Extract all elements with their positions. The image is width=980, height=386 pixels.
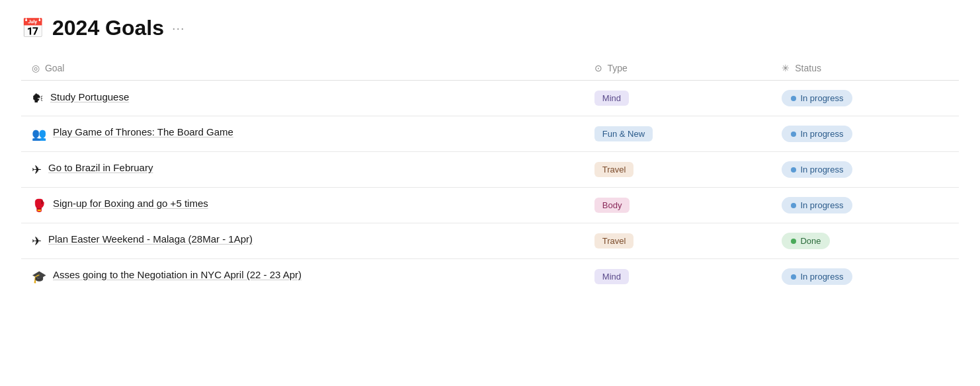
col-header-type: ⊙ Type xyxy=(584,56,772,81)
goal-text-4: Plan Easter Weekend - Malaga (28Mar - 1A… xyxy=(48,233,253,245)
type-badge-3: Body xyxy=(594,198,630,213)
type-badge-0: Mind xyxy=(594,91,629,106)
status-dot-4 xyxy=(791,239,796,244)
type-cell-0: Mind xyxy=(584,81,772,116)
goal-text-0: Study Portuguese xyxy=(50,91,129,102)
status-cell-0: In progress xyxy=(771,81,959,116)
status-badge-0: In progress xyxy=(782,90,852,106)
goal-cell-1: 👥 Play Game of Thrones: The Board Game xyxy=(21,116,584,152)
goal-cell-2: ✈ Go to Brazil in February xyxy=(21,152,584,188)
col-header-goal: ◎ Goal xyxy=(21,56,584,81)
goal-text-1: Play Game of Thrones: The Board Game xyxy=(53,126,233,137)
row-icon-0: 🗣 xyxy=(32,92,44,106)
status-cell-1: In progress xyxy=(771,116,959,152)
row-icon-5: 🎓 xyxy=(32,270,46,284)
table-header-row: ◎ Goal ⊙ Type ✳ Status xyxy=(21,56,959,81)
type-cell-2: Travel xyxy=(584,152,772,188)
status-cell-5: In progress xyxy=(771,259,959,295)
table-row[interactable]: 🥊 Sign-up for Boxing and go +5 times Bod… xyxy=(21,188,959,223)
type-badge-5: Mind xyxy=(594,269,629,284)
type-col-icon: ⊙ xyxy=(594,63,602,73)
table-row[interactable]: ✈ Plan Easter Weekend - Malaga (28Mar - … xyxy=(21,223,959,259)
row-icon-1: 👥 xyxy=(32,127,46,141)
row-icon-4: ✈ xyxy=(32,234,42,249)
calendar-icon: 📅 xyxy=(21,17,44,39)
type-cell-3: Body xyxy=(584,188,772,223)
status-cell-3: In progress xyxy=(771,188,959,223)
page-header: 📅 2024 Goals ··· xyxy=(21,16,959,40)
type-badge-1: Fun & New xyxy=(594,126,653,141)
row-icon-3: 🥊 xyxy=(32,198,46,213)
status-badge-5: In progress xyxy=(782,268,852,285)
status-dot-5 xyxy=(791,274,796,280)
status-dot-0 xyxy=(791,96,796,101)
status-dot-3 xyxy=(791,203,796,208)
type-cell-4: Travel xyxy=(584,223,772,259)
type-badge-4: Travel xyxy=(594,233,634,249)
goal-cell-0: 🗣 Study Portuguese xyxy=(21,81,584,116)
table-row[interactable]: 👥 Play Game of Thrones: The Board Game F… xyxy=(21,116,959,152)
goal-cell-4: ✈ Plan Easter Weekend - Malaga (28Mar - … xyxy=(21,223,584,259)
status-cell-4: Done xyxy=(771,223,959,259)
status-badge-1: In progress xyxy=(782,126,852,142)
more-options-button[interactable]: ··· xyxy=(172,20,185,36)
goal-cell-3: 🥊 Sign-up for Boxing and go +5 times xyxy=(21,188,584,223)
table-row[interactable]: 🗣 Study Portuguese Mind In progress xyxy=(21,81,959,116)
goal-col-icon: ◎ xyxy=(32,63,40,73)
status-cell-2: In progress xyxy=(771,152,959,188)
type-cell-5: Mind xyxy=(584,259,772,295)
goal-text-5: Asses going to the Negotiation in NYC Ap… xyxy=(53,269,302,280)
type-badge-2: Travel xyxy=(594,162,634,177)
table-row[interactable]: ✈ Go to Brazil in February Travel In pro… xyxy=(21,152,959,188)
goal-cell-5: 🎓 Asses going to the Negotiation in NYC … xyxy=(21,259,584,295)
page-title: 2024 Goals xyxy=(52,16,164,40)
type-cell-1: Fun & New xyxy=(584,116,772,152)
status-dot-1 xyxy=(791,132,796,137)
status-dot-2 xyxy=(791,167,796,173)
status-badge-3: In progress xyxy=(782,197,852,213)
goal-text-3: Sign-up for Boxing and go +5 times xyxy=(53,198,208,209)
col-header-status: ✳ Status xyxy=(771,56,959,81)
row-icon-2: ✈ xyxy=(32,163,42,177)
status-badge-2: In progress xyxy=(782,161,852,178)
goals-table: ◎ Goal ⊙ Type ✳ Status 🗣 Study Portugues… xyxy=(21,56,959,294)
status-badge-4: Done xyxy=(782,233,830,249)
status-col-icon: ✳ xyxy=(782,63,790,73)
table-row[interactable]: 🎓 Asses going to the Negotiation in NYC … xyxy=(21,259,959,295)
goal-text-2: Go to Brazil in February xyxy=(48,162,153,173)
